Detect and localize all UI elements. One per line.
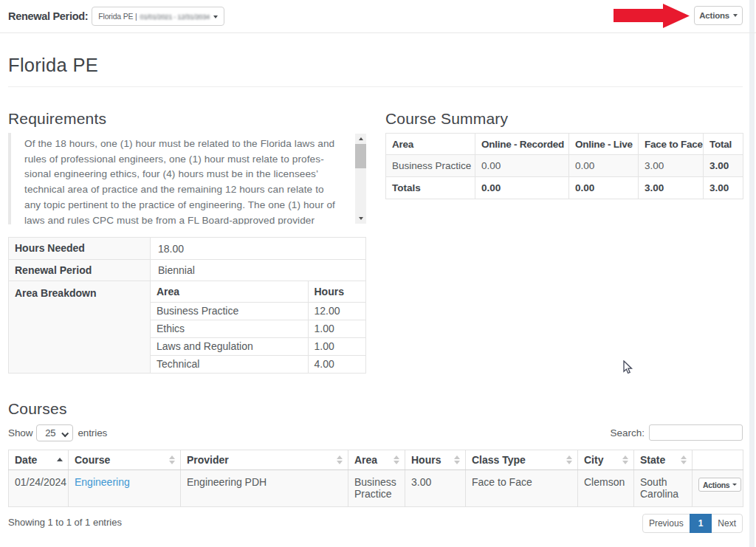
table-row: Business Practice 0.00 0.00 3.00 3.00 (386, 155, 743, 177)
topbar: Renewal Period: Florida PE | 01/01/2021 … (0, 0, 756, 33)
column-header-label: Provider (187, 454, 229, 466)
sort-icon (622, 455, 628, 465)
showing-entries-text: Showing 1 to 1 of 1 entries (8, 517, 743, 528)
page-title: Florida PE (8, 33, 743, 76)
row-actions-cell: Actions (693, 470, 743, 507)
breakdown-hours: 1.00 (308, 320, 365, 337)
renewal-period-row-label: Renewal Period (9, 260, 151, 281)
course-hours: 3.00 (405, 470, 466, 507)
requirements-heading: Requirements (8, 110, 366, 128)
column-header-label: State (640, 454, 665, 466)
summary-cell: 3.00 (704, 155, 743, 177)
actions-button-label: Actions (699, 11, 729, 20)
requirements-section: Requirements Of the 18 hours, one (1) ho… (8, 110, 366, 374)
pagination-next[interactable]: Next (711, 514, 743, 533)
summary-cell: 0.00 (475, 155, 569, 177)
table-row: Totals 0.00 0.00 3.00 3.00 (386, 177, 743, 199)
scrollbar-thumb[interactable] (355, 144, 366, 168)
main-content: Florida PE Requirements Of the 18 hours,… (0, 33, 756, 537)
title-divider (8, 86, 743, 87)
requirements-scrollbar[interactable] (355, 134, 366, 224)
triangle-up-icon (681, 455, 687, 459)
summary-cell: 0.00 (569, 155, 639, 177)
triangle-down-icon (681, 461, 687, 464)
triangle-down-icon (566, 461, 572, 464)
renewal-period-row-value: Biennial (151, 260, 366, 281)
pagination: Previous 1 Next (642, 514, 743, 533)
red-arrow-annotation-icon (614, 3, 690, 30)
sort-icon (681, 455, 687, 465)
area-breakdown-label: Area Breakdown (9, 281, 151, 374)
requirements-textbox: Of the 18 hours, one (1) hour must be re… (8, 133, 366, 224)
course-provider: Engineering PDH (181, 470, 348, 507)
column-header: Total (704, 134, 743, 155)
table-footer: Showing 1 to 1 of 1 entries Previous 1 N… (8, 517, 743, 537)
scroll-down-icon[interactable] (355, 213, 366, 224)
row-actions-button[interactable]: Actions (698, 478, 741, 492)
area-breakdown-cell: Area Hours Business Practice 12.00 (151, 281, 366, 374)
table-header-row: Date Course Provider Area Hours Class Ty… (9, 450, 743, 470)
course-link[interactable]: Engineering (75, 476, 130, 488)
column-header-class-type[interactable]: Class Type (466, 450, 578, 470)
triangle-down-icon (622, 461, 628, 464)
show-label: Show (8, 427, 32, 438)
triangle-up-icon (337, 455, 343, 459)
summary-cell: 0.00 (569, 177, 639, 199)
page-size-value: 25 (45, 427, 55, 438)
sort-icon (394, 455, 399, 465)
column-header-hours[interactable]: Hours (405, 450, 466, 470)
column-header-area[interactable]: Area (348, 450, 405, 470)
page-scrollbar[interactable] (749, 0, 755, 547)
chevron-down-icon (62, 431, 67, 436)
column-header: Online - Live (569, 134, 639, 155)
column-header: Area (386, 134, 475, 155)
table-row: Area Online - Recorded Online - Live Fac… (386, 134, 743, 155)
summary-cell: Business Practice (386, 155, 475, 177)
renewal-period-select[interactable]: Florida PE | 01/01/2021 - 12/31/2034 (92, 7, 224, 26)
summary-cell: 3.00 (639, 177, 704, 199)
course-class-type: Face to Face (466, 470, 578, 507)
breakdown-area: Ethics (151, 320, 308, 337)
requirements-text-line: laws and rules CPC must be from a FL Boa… (24, 213, 344, 224)
page-size-select[interactable]: 25 (36, 424, 73, 441)
courses-heading: Courses (8, 400, 743, 418)
table-row: Renewal Period Biennial (9, 260, 366, 281)
course-summary-section: Course Summary Area Online - Recorded On… (385, 110, 743, 374)
chevron-down-icon (732, 484, 737, 486)
mouse-cursor-icon (623, 360, 633, 374)
column-header-course[interactable]: Course (69, 450, 181, 470)
pagination-page-1[interactable]: 1 (690, 514, 712, 533)
column-header-date[interactable]: Date (9, 450, 69, 470)
course-state: South Carolina (634, 470, 693, 507)
course-cell: Engineering (69, 470, 181, 507)
requirements-text-line: rules of professional engineers, one (1)… (24, 152, 344, 168)
triangle-up-icon (359, 137, 363, 140)
triangle-up-icon (169, 455, 175, 459)
column-header-label: Hours (411, 454, 441, 466)
pagination-previous[interactable]: Previous (642, 514, 690, 533)
summary-cell: Totals (386, 177, 475, 199)
column-header: Online - Recorded (475, 134, 569, 155)
hours-needed-label: Hours Needed (9, 238, 151, 260)
column-header-state[interactable]: State (634, 450, 693, 470)
breakdown-area: Business Practice (151, 302, 308, 320)
actions-button[interactable]: Actions (694, 6, 743, 25)
breakdown-area: Laws and Regulation (151, 337, 308, 355)
requirements-details-table: Hours Needed 18.00 Renewal Period Bienni… (8, 237, 366, 374)
courses-section: Courses Show 25 entries Search: (8, 400, 743, 537)
search-input[interactable] (649, 424, 743, 441)
triangle-down-icon (337, 461, 343, 464)
triangle-down-icon (169, 461, 175, 464)
hours-column-header: Hours (308, 281, 365, 302)
column-header-label: Area (354, 454, 377, 466)
scroll-up-icon[interactable] (355, 134, 366, 144)
table-row: Business Practice 12.00 (151, 302, 365, 320)
requirements-text-line: technical area of practice and the remai… (24, 182, 344, 198)
table-row: Laws and Regulation 1.00 (151, 337, 365, 355)
sort-icon (169, 455, 175, 465)
column-header-provider[interactable]: Provider (181, 450, 348, 470)
column-header-city[interactable]: City (578, 450, 634, 470)
chevron-down-icon (733, 14, 738, 17)
summary-cell: 3.00 (639, 155, 704, 177)
course-summary-heading: Course Summary (385, 110, 743, 128)
